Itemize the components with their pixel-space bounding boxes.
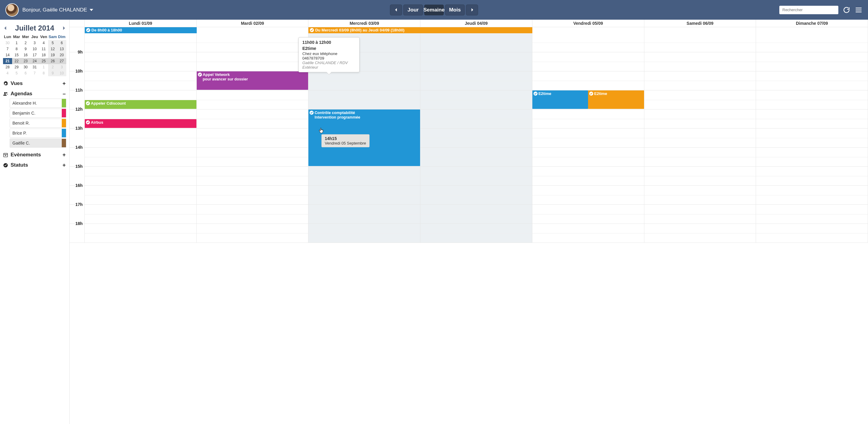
minical-day[interactable]: 3 (30, 40, 39, 46)
search-input[interactable] (779, 6, 838, 14)
minical-day[interactable]: 25 (39, 58, 48, 64)
minical-day[interactable]: 26 (48, 58, 57, 64)
minical-day[interactable]: 12 (48, 46, 57, 52)
day-column[interactable]: Appel Vetworkpour avancer sur dossier (197, 33, 309, 243)
allday-event[interactable]: De 8h00 à 18h00 (85, 27, 197, 33)
minical-day[interactable]: 1 (12, 40, 21, 46)
minical-day[interactable]: 9 (48, 70, 57, 76)
minical-grid[interactable]: LunMarMerJeuVenSamDim 301234567891011121… (3, 34, 66, 76)
minical-day[interactable]: 11 (39, 46, 48, 52)
minical-day[interactable]: 20 (57, 52, 66, 58)
allday-cell[interactable] (197, 27, 309, 33)
minical-day[interactable]: 7 (3, 46, 12, 52)
minical-day[interactable]: 15 (12, 52, 21, 58)
calendar-event[interactable]: E2time (588, 91, 644, 109)
section-agendas-toggle: – (63, 91, 66, 97)
people-icon (3, 91, 8, 96)
minical-day[interactable]: 2 (21, 40, 30, 46)
minical-day[interactable]: 30 (21, 64, 30, 70)
day-header[interactable]: Jeudi 04/09 (421, 20, 532, 27)
minical-day[interactable]: 22 (12, 58, 21, 64)
app-header: Bonjour, Gaëlle CHALANDE Jour Semaine Mo… (0, 0, 868, 20)
minical-day[interactable]: 13 (57, 46, 66, 52)
agenda-item[interactable]: Gaëlle C. (10, 138, 66, 148)
minical-day[interactable]: 16 (21, 52, 30, 58)
calendar-event[interactable]: Airbus (85, 119, 196, 128)
section-evenements[interactable]: Evènements + (3, 152, 66, 158)
view-week-button[interactable]: Semaine (424, 4, 444, 15)
minical-day[interactable]: 24 (30, 58, 39, 64)
minical-day[interactable]: 10 (57, 70, 66, 76)
sidebar: Juillet 2014 LunMarMerJeuVenSamDim 30123… (0, 20, 70, 424)
day-column[interactable] (421, 33, 532, 243)
section-statuts[interactable]: Statuts + (3, 162, 66, 168)
calendar-event[interactable]: Appeler Cdiscount (85, 100, 196, 109)
view-month-button[interactable]: Mois (445, 4, 465, 15)
time-label: 14h (75, 145, 83, 150)
minical-day[interactable]: 1 (39, 64, 48, 70)
minical-day[interactable]: 27 (57, 58, 66, 64)
agenda-item-label: Alexandre H. (12, 101, 37, 105)
minical-day[interactable]: 17 (30, 52, 39, 58)
day-header[interactable]: Dimanche 07/09 (756, 20, 868, 27)
minical-day[interactable]: 8 (12, 46, 21, 52)
minical-day[interactable]: 7 (30, 70, 39, 76)
agenda-item[interactable]: Brice P. (10, 129, 66, 138)
allday-cell[interactable] (756, 27, 868, 33)
agenda-item[interactable]: Benjamin C. (10, 108, 66, 118)
prev-button[interactable] (390, 4, 402, 15)
minical-day[interactable]: 9 (21, 46, 30, 52)
day-header[interactable]: Mercredi 03/09 (308, 20, 421, 27)
day-header[interactable]: Mardi 02/09 (197, 20, 309, 27)
day-column[interactable] (644, 33, 756, 243)
day-header[interactable]: Vendredi 05/09 (532, 20, 644, 27)
minical-day[interactable]: 8 (39, 70, 48, 76)
minical-day[interactable]: 6 (21, 70, 30, 76)
avatar[interactable] (5, 3, 19, 17)
minical-day[interactable]: 4 (3, 70, 12, 76)
calendar-event[interactable]: E2time (532, 91, 588, 109)
minical-day[interactable]: 2 (48, 64, 57, 70)
minical-day[interactable]: 19 (48, 52, 57, 58)
minical-next-icon[interactable] (62, 26, 66, 30)
allday-cell[interactable] (644, 27, 756, 33)
minical-day[interactable]: 18 (39, 52, 48, 58)
minical-day[interactable]: 23 (21, 58, 30, 64)
minical-day[interactable]: 3 (57, 64, 66, 70)
minical-day[interactable]: 29 (12, 64, 21, 70)
day-header[interactable]: Lundi 01/09 (85, 20, 197, 27)
minical-day[interactable]: 4 (39, 40, 48, 46)
cursor-hand-icon (318, 128, 324, 135)
menu-icon[interactable] (855, 6, 863, 14)
minical-day[interactable]: 14 (3, 52, 12, 58)
day-header[interactable]: Samedi 06/09 (644, 20, 756, 27)
day-column[interactable]: Appeler CdiscountAirbus (85, 33, 197, 243)
agenda-color-chip (62, 99, 66, 107)
refresh-icon[interactable] (843, 6, 850, 14)
agenda-color-chip (62, 129, 66, 137)
minical-day[interactable]: 6 (57, 40, 66, 46)
minical-day[interactable]: 10 (30, 46, 39, 52)
calendar-main[interactable]: Lundi 01/09Mardi 02/09Mercredi 03/09Jeud… (70, 20, 868, 424)
allday-cell[interactable] (532, 27, 644, 33)
day-column[interactable]: E2timeE2time (532, 33, 644, 243)
section-agendas[interactable]: Agendas – (3, 91, 66, 97)
week-grid[interactable]: Appeler CdiscountAirbusAppel Vetworkpour… (85, 33, 868, 243)
minical-day[interactable]: 21 (3, 58, 12, 64)
agenda-item[interactable]: Benoit R. (10, 119, 66, 128)
section-vues[interactable]: Vues + (3, 80, 66, 87)
minical-prev-icon[interactable] (4, 26, 7, 30)
allday-event[interactable]: Du Mercredi 03/09 (8h00) au Jeudi 04/09 … (308, 27, 532, 33)
drag-hint: 14h15 Vendredi 05 Septembre (321, 134, 370, 147)
next-button[interactable] (466, 4, 478, 15)
view-day-button[interactable]: Jour (403, 4, 423, 15)
day-column[interactable] (756, 33, 868, 243)
minical-day[interactable]: 5 (48, 40, 57, 46)
minical-day[interactable]: 5 (12, 70, 21, 76)
minical-day[interactable]: 30 (3, 40, 12, 46)
minical-day[interactable]: 28 (3, 64, 12, 70)
user-menu[interactable]: Bonjour, Gaëlle CHALANDE (22, 7, 93, 13)
calendar-event[interactable]: Appel Vetworkpour avancer sur dossier (197, 71, 308, 90)
agenda-item[interactable]: Alexandre H. (10, 99, 66, 108)
minical-day[interactable]: 31 (30, 64, 39, 70)
